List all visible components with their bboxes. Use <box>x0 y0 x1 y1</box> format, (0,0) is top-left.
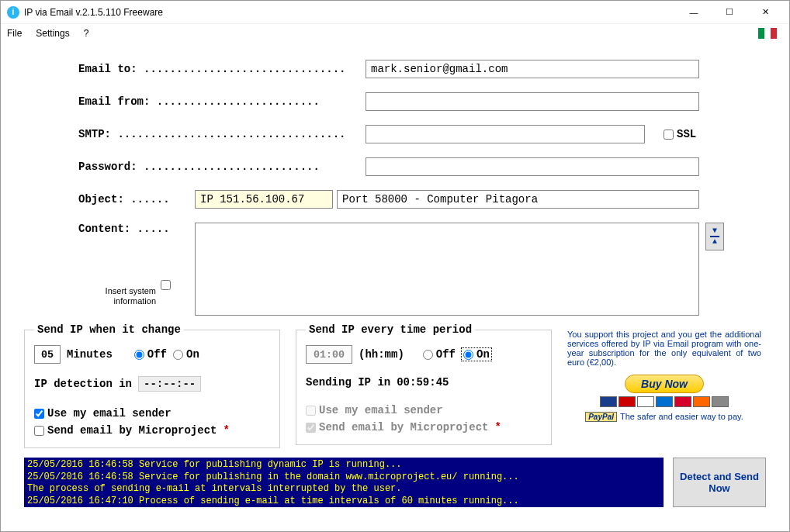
email-from-input[interactable] <box>366 92 699 111</box>
group2-on-radio[interactable] <box>463 350 473 360</box>
group1-send-mp-checkbox[interactable] <box>34 426 44 436</box>
group-send-periodic: Send IP every time period (hh:mm) Off On… <box>296 323 552 445</box>
arrow-down-icon: ▼ <box>712 227 717 235</box>
group1-use-sender-checkbox[interactable] <box>34 409 44 419</box>
content-textarea[interactable] <box>195 223 699 316</box>
email-to-label: Email to: ..............................… <box>78 63 366 75</box>
paypal-icon: PayPal <box>585 412 617 422</box>
flag-italy-icon[interactable] <box>758 28 777 39</box>
maximize-button[interactable]: ☐ <box>712 1 747 24</box>
ip-detection-label: IP detection in <box>34 378 132 390</box>
group-send-on-change: Send IP when it change Minutes Off On IP… <box>24 323 280 448</box>
object-ip-input[interactable] <box>195 190 333 209</box>
app-icon: i <box>7 6 19 19</box>
minimize-button[interactable]: — <box>676 1 712 24</box>
smtp-label: SMTP: ..................................… <box>78 128 366 140</box>
asterisk-icon: * <box>494 421 501 434</box>
group1-on-radio[interactable] <box>173 350 183 360</box>
group2-legend: Send IP every time period <box>306 323 475 336</box>
minutes-input[interactable] <box>34 345 61 364</box>
menu-file[interactable]: File <box>7 28 22 39</box>
sending-ip-value: 00:59:45 <box>397 376 449 389</box>
log-output[interactable]: 25/05/2016 16:46:58 Service for publishi… <box>24 458 664 507</box>
arrow-up-icon: ▲ <box>712 238 717 246</box>
safer-text: The safer and easier way to pay. <box>620 412 743 421</box>
group2-off-radio[interactable] <box>423 350 433 360</box>
object-label: Object: ...... <box>78 193 195 206</box>
smtp-input[interactable] <box>366 125 645 143</box>
close-button[interactable]: ✕ <box>747 1 783 24</box>
asterisk-icon: * <box>223 424 229 437</box>
email-from-label: Email from: ......................... <box>78 95 366 108</box>
email-to-input[interactable] <box>366 60 699 78</box>
password-label: Password: ........................... <box>78 161 366 173</box>
detect-send-button[interactable]: Detect and Send Now <box>673 458 766 507</box>
window-title: IP via Email v.2.1.5.110 Freeware <box>24 7 676 18</box>
ssl-label: SSL <box>677 128 696 140</box>
menubar: File Settings ? <box>1 24 789 43</box>
group1-legend: Send IP when it change <box>34 323 184 336</box>
insert-system-info-checkbox[interactable] <box>161 280 171 290</box>
password-input[interactable] <box>366 157 699 176</box>
period-time-label: (hh:mm) <box>359 348 404 361</box>
group1-off-radio[interactable] <box>134 350 144 360</box>
insert-system-info-label: Insert system information <box>78 286 156 306</box>
ssl-checkbox[interactable] <box>664 130 674 140</box>
expand-collapse-button[interactable]: ▼ ▲ <box>705 223 724 250</box>
menu-help[interactable]: ? <box>84 28 89 39</box>
object-port-input[interactable] <box>337 190 699 209</box>
support-text: You support this project and you get the… <box>567 330 761 367</box>
sending-ip-label: Sending IP in <box>306 376 390 389</box>
content-label: Content: ..... <box>78 223 170 235</box>
period-time-input <box>306 345 352 364</box>
payment-cards-icon <box>567 396 761 409</box>
minutes-label: Minutes <box>67 348 113 361</box>
ip-detection-value: --:--:-- <box>138 376 201 392</box>
menu-settings[interactable]: Settings <box>36 28 69 39</box>
group2-send-mp-checkbox <box>306 423 316 433</box>
titlebar: i IP via Email v.2.1.5.110 Freeware — ☐ … <box>1 1 789 24</box>
support-panel: You support this project and you get the… <box>567 323 761 422</box>
buy-now-button[interactable]: Buy Now <box>625 375 704 393</box>
group2-use-sender-checkbox <box>306 406 316 416</box>
